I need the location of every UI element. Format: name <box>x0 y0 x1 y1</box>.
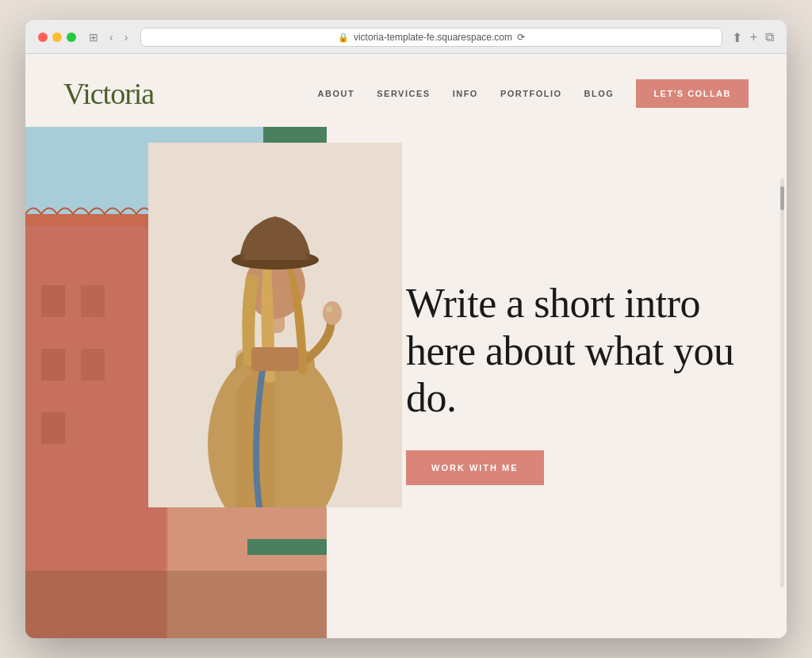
url-text: victoria-template-fe.squarespace.com <box>354 32 512 43</box>
nav-about[interactable]: ABOUT <box>318 89 355 98</box>
sidebar-toggle-icon[interactable]: ⊞ <box>86 29 102 45</box>
person-illustration <box>148 143 402 507</box>
browser-window: ⊞ ‹ › 🔒 victoria-template-fe.squarespace… <box>25 20 787 638</box>
forward-button[interactable]: › <box>121 29 132 45</box>
hero-photo-card <box>148 143 402 507</box>
svg-rect-16 <box>247 539 327 555</box>
svg-rect-6 <box>41 412 65 444</box>
work-with-me-button[interactable]: WORK WITH ME <box>406 450 544 485</box>
svg-rect-15 <box>25 571 327 638</box>
content-right: Write a short intro here about what you … <box>343 127 787 638</box>
hero-heading: Write a short intro here about what you … <box>406 280 739 422</box>
address-bar[interactable]: 🔒 victoria-template-fe.squarespace.com ⟳ <box>140 28 722 47</box>
svg-rect-14 <box>25 214 168 226</box>
scrollbar[interactable] <box>780 178 784 587</box>
site-nav: ABOUT SERVICES INFO PORTFOLIO BLOG LET'S… <box>318 79 749 108</box>
lets-collab-button[interactable]: LET'S COLLAB <box>636 79 749 108</box>
new-tab-icon[interactable]: + <box>750 30 757 45</box>
share-icon[interactable]: ⬆ <box>732 30 742 45</box>
site-main: Write a short intro here about what you … <box>25 127 787 638</box>
hero-text-block: Write a short intro here about what you … <box>343 280 787 485</box>
close-button[interactable] <box>38 33 48 42</box>
nav-portfolio[interactable]: PORTFOLIO <box>500 89 562 98</box>
reload-icon[interactable]: ⟳ <box>517 32 525 43</box>
scrollbar-thumb[interactable] <box>780 186 784 210</box>
browser-actions: ⬆ + ⧉ <box>732 30 774 45</box>
svg-rect-7 <box>81 285 105 317</box>
maximize-button[interactable] <box>67 33 76 42</box>
svg-rect-4 <box>41 285 65 317</box>
minimize-button[interactable] <box>52 33 62 42</box>
svg-rect-27 <box>251 347 299 371</box>
svg-point-21 <box>323 301 342 325</box>
back-button[interactable]: ‹ <box>106 29 117 45</box>
nav-services[interactable]: SERVICES <box>377 89 430 98</box>
lock-icon: 🔒 <box>338 33 349 43</box>
svg-rect-5 <box>41 349 65 381</box>
tabs-icon[interactable]: ⧉ <box>765 30 774 45</box>
site-logo[interactable]: Victoria <box>63 76 154 111</box>
nav-blog[interactable]: BLOG <box>584 89 615 98</box>
traffic-lights <box>38 33 76 42</box>
site-header: Victoria ABOUT SERVICES INFO PORTFOLIO B… <box>25 54 787 127</box>
svg-rect-8 <box>81 349 105 381</box>
website-content: Victoria ABOUT SERVICES INFO PORTFOLIO B… <box>25 54 787 638</box>
browser-chrome: ⊞ ‹ › 🔒 victoria-template-fe.squarespace… <box>25 20 787 54</box>
nav-info[interactable]: INFO <box>453 89 478 98</box>
svg-point-22 <box>326 306 332 312</box>
browser-controls: ⊞ ‹ › <box>86 29 131 45</box>
